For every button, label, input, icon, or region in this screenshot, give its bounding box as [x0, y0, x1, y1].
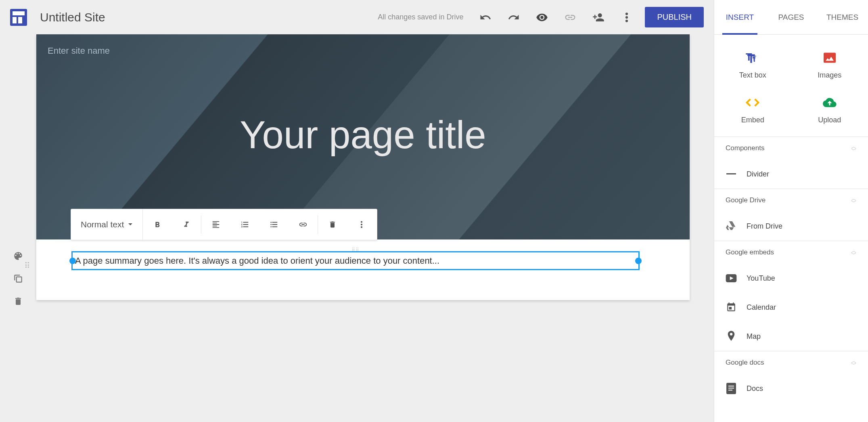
docs-icon	[726, 383, 737, 394]
delete-icon[interactable]	[13, 296, 24, 307]
right-panel: INSERT PAGES THEMES TT Text box Images E…	[714, 0, 868, 422]
palette-icon[interactable]	[13, 250, 24, 262]
site-title[interactable]: Untitled Site	[40, 10, 105, 24]
text-style-label: Normal text	[81, 220, 124, 229]
svg-point-5	[361, 224, 362, 225]
tab-insert[interactable]: INSERT	[714, 0, 766, 34]
item-from-drive[interactable]: From Drive	[714, 212, 868, 241]
svg-point-0	[625, 13, 628, 15]
resize-handle-left[interactable]	[69, 258, 76, 264]
tab-pages[interactable]: PAGES	[766, 0, 817, 34]
svg-point-1	[625, 16, 628, 18]
svg-text:T: T	[746, 52, 752, 63]
section-google-embeds[interactable]: Google embeds ︿﹀	[714, 241, 868, 264]
collapse-icon: ︿﹀	[851, 249, 857, 256]
insert-label: Text box	[739, 71, 766, 80]
page-title[interactable]: Your page title	[240, 113, 486, 157]
text-style-dropdown[interactable]: Normal text	[71, 209, 143, 240]
section-drag-handle-icon[interactable]: ⠿	[24, 261, 29, 271]
resize-handle-right[interactable]	[635, 258, 642, 264]
align-icon[interactable]	[201, 209, 230, 240]
svg-point-4	[361, 221, 362, 223]
link-icon[interactable]	[564, 11, 576, 23]
item-divider[interactable]: Divider	[714, 160, 868, 189]
collapse-icon: ︿﹀	[851, 145, 857, 151]
embed-icon	[746, 96, 759, 109]
trash-icon[interactable]	[318, 209, 347, 240]
textbox-icon: TT	[746, 51, 759, 65]
insert-link-icon[interactable]	[289, 209, 318, 240]
item-docs[interactable]: Docs	[714, 374, 868, 403]
italic-icon[interactable]	[172, 209, 201, 240]
publish-button[interactable]: PUBLISH	[645, 7, 704, 27]
svg-point-2	[625, 19, 628, 22]
summary-textbox[interactable]: A page summary goes here. It's always a …	[71, 251, 640, 270]
textbox-drag-handle-icon[interactable]	[348, 251, 363, 255]
app-header: Untitled Site All changes saved in Drive	[0, 0, 714, 34]
tab-themes[interactable]: THEMES	[817, 0, 868, 34]
more-icon[interactable]	[621, 11, 633, 23]
app-logo-icon[interactable]	[10, 9, 27, 26]
svg-rect-12	[729, 307, 732, 310]
site-name-placeholder[interactable]: Enter site name	[48, 46, 110, 56]
section-components[interactable]: Components ︿﹀	[714, 136, 868, 160]
collapse-icon: ︿﹀	[851, 359, 857, 366]
item-youtube[interactable]: YouTube	[714, 264, 868, 293]
item-map[interactable]: Map	[714, 322, 868, 351]
svg-rect-10	[726, 173, 736, 174]
summary-text[interactable]: A page summary goes here. It's always a …	[75, 256, 439, 266]
insert-upload[interactable]: Upload	[791, 88, 868, 132]
insert-embed[interactable]: Embed	[714, 88, 791, 132]
image-icon	[823, 51, 837, 65]
insert-label: Upload	[818, 116, 841, 124]
insert-images[interactable]: Images	[791, 43, 868, 88]
svg-rect-15	[728, 388, 734, 388]
svg-text:T: T	[752, 55, 757, 62]
item-calendar[interactable]: Calendar	[714, 293, 868, 322]
bullet-list-icon[interactable]	[259, 209, 289, 240]
map-pin-icon	[726, 331, 737, 342]
section-tools	[0, 34, 36, 422]
svg-rect-16	[728, 390, 732, 391]
calendar-icon	[726, 302, 737, 313]
youtube-icon	[726, 273, 737, 284]
text-toolbar: Normal text	[71, 209, 377, 240]
duplicate-icon[interactable]	[13, 273, 24, 284]
drive-icon	[726, 220, 737, 232]
add-person-icon[interactable]	[592, 11, 604, 23]
insert-textbox[interactable]: TT Text box	[714, 43, 791, 88]
panel-tabs: INSERT PAGES THEMES	[714, 0, 868, 35]
page-content: Normal text ⠿	[36, 239, 690, 300]
insert-label: Embed	[741, 116, 764, 124]
collapse-icon: ︿﹀	[851, 197, 857, 204]
divider-icon	[726, 168, 737, 180]
section-google-drive[interactable]: Google Drive ︿﹀	[714, 189, 868, 212]
svg-point-6	[361, 226, 362, 228]
save-status: All changes saved in Drive	[378, 13, 463, 21]
section-google-docs[interactable]: Google docs ︿﹀	[714, 351, 868, 374]
redo-icon[interactable]	[508, 11, 520, 23]
svg-rect-3	[17, 277, 22, 282]
more-options-icon[interactable]	[347, 209, 376, 240]
svg-rect-14	[728, 386, 734, 386]
insert-label: Images	[818, 71, 841, 80]
svg-rect-9	[824, 53, 836, 63]
preview-icon[interactable]	[536, 11, 548, 23]
undo-icon[interactable]	[479, 11, 492, 23]
upload-icon	[823, 96, 837, 109]
numbered-list-icon[interactable]	[230, 209, 259, 240]
bold-icon[interactable]	[143, 209, 172, 240]
